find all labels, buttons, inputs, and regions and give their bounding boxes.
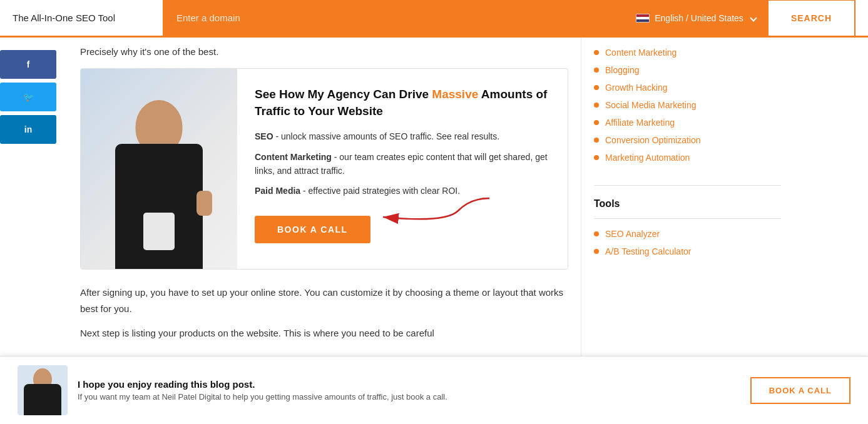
bottom-cta-text-block: I hope you enjoy reading this blog post.…	[78, 379, 740, 401]
headline-normal: See How My Agency Can Drive	[255, 88, 432, 101]
language-label: English / United States	[655, 13, 743, 23]
twitter-icon: 🐦	[23, 92, 34, 102]
person-body	[103, 81, 215, 269]
search-button[interactable]: SEARCH	[767, 0, 855, 37]
us-flag-icon	[636, 14, 650, 23]
bottom-cta-main-text: I hope you enjoy reading this blog post.	[78, 379, 740, 390]
sidebar-dot-icon	[594, 249, 599, 254]
sidebar-link-label: Content Marketing	[605, 48, 677, 58]
person-thumb	[197, 191, 212, 216]
body-text-1: After signing up, you have to set up you…	[80, 285, 568, 316]
ad-headline: See How My Agency Can Drive Massive Amou…	[255, 86, 550, 119]
bottom-cta-sub-text: If you want my team at Neil Patel Digita…	[78, 392, 740, 401]
domain-search-input[interactable]	[169, 13, 625, 23]
sidebar-dot-icon	[594, 50, 599, 55]
sidebar-nav-section: Content MarketingBloggingGrowth HackingS…	[594, 44, 781, 166]
sidebar-nav-item[interactable]: Conversion Optimization	[594, 131, 781, 149]
sidebar-dot-icon	[594, 138, 599, 143]
tools-divider	[594, 218, 781, 219]
site-logo: The All-In-One SEO Tool	[13, 13, 163, 23]
sidebar-link-label: Conversion Optimization	[605, 135, 701, 145]
facebook-share-button[interactable]: f	[0, 50, 56, 79]
bottom-cta-bar: I hope you enjoy reading this blog post.…	[0, 356, 868, 424]
sidebar-nav-item[interactable]: Marketing Automation	[594, 149, 781, 166]
sidebar-dot-icon	[594, 155, 599, 160]
linkedin-icon: in	[24, 124, 32, 134]
sidebar-nav-item[interactable]: Blogging	[594, 61, 781, 79]
header: The All-In-One SEO Tool English / United…	[0, 0, 868, 38]
bottom-person-image	[18, 365, 68, 415]
sidebar-nav-links: Content MarketingBloggingGrowth HackingS…	[594, 44, 781, 166]
sidebar-tools-section: Tools SEO AnalyzerA/B Testing Calculator	[594, 198, 781, 260]
ad-card-content: See How My Agency Can Drive Massive Amou…	[237, 69, 568, 269]
intro-text: Precisely why it's one of the best.	[80, 46, 568, 57]
sidebar-tool-item[interactable]: SEO Analyzer	[594, 225, 781, 243]
sidebar-tool-item[interactable]: A/B Testing Calculator	[594, 243, 781, 260]
sidebar-nav-item[interactable]: Growth Hacking	[594, 79, 781, 96]
sidebar-nav-item[interactable]: Content Marketing	[594, 44, 781, 61]
facebook-icon: f	[27, 59, 30, 69]
chevron-down-icon	[750, 14, 757, 21]
sidebar-nav-item[interactable]: Social Media Marketing	[594, 96, 781, 114]
sidebar-divider	[594, 185, 781, 186]
tools-title: Tools	[594, 198, 781, 209]
book-call-button[interactable]: BOOK A CALL	[255, 216, 370, 243]
person-image	[81, 69, 237, 269]
search-bar: English / United States SEARCH	[163, 0, 855, 37]
sidebar-link-label: Marketing Automation	[605, 153, 690, 163]
sidebar-dot-icon	[594, 85, 599, 90]
sidebar-tool-label: A/B Testing Calculator	[605, 246, 691, 256]
person-jacket	[115, 144, 203, 269]
sidebar-dot-icon	[594, 68, 599, 73]
sidebar-link-label: Blogging	[605, 65, 640, 75]
ad-point-content: Content Marketing - our team creates epi…	[255, 150, 550, 178]
sidebar-tool-links: SEO AnalyzerA/B Testing Calculator	[594, 225, 781, 260]
sidebar-tool-label: SEO Analyzer	[605, 229, 660, 239]
linkedin-share-button[interactable]: in	[0, 115, 56, 144]
twitter-share-button[interactable]: 🐦	[0, 83, 56, 111]
body-text-2: Next step is listing your products on th…	[80, 325, 568, 341]
sidebar-dot-icon	[594, 120, 599, 125]
sidebar-link-label: Growth Hacking	[605, 83, 668, 93]
arrow-container: BOOK A CALL	[255, 204, 370, 243]
headline-highlight: Massive	[432, 88, 478, 101]
ad-point-seo: SEO - unlock massive amounts of SEO traf…	[255, 129, 550, 143]
sidebar-dot-icon	[594, 231, 599, 236]
ad-card: See How My Agency Can Drive Massive Amou…	[80, 68, 568, 270]
ad-card-image	[81, 69, 237, 269]
sidebar-dot-icon	[594, 103, 599, 108]
person-shirt	[143, 213, 175, 250]
sidebar-link-label: Affiliate Marketing	[605, 118, 675, 128]
sidebar-nav-item[interactable]: Affiliate Marketing	[594, 114, 781, 131]
sidebar-link-label: Social Media Marketing	[605, 100, 697, 110]
mini-person-body	[24, 384, 61, 415]
ad-point-paid: Paid Media - effective paid strategies w…	[255, 184, 550, 198]
bottom-book-call-button[interactable]: BOOK A CALL	[750, 377, 850, 404]
language-selector[interactable]: English / United States	[625, 0, 767, 37]
